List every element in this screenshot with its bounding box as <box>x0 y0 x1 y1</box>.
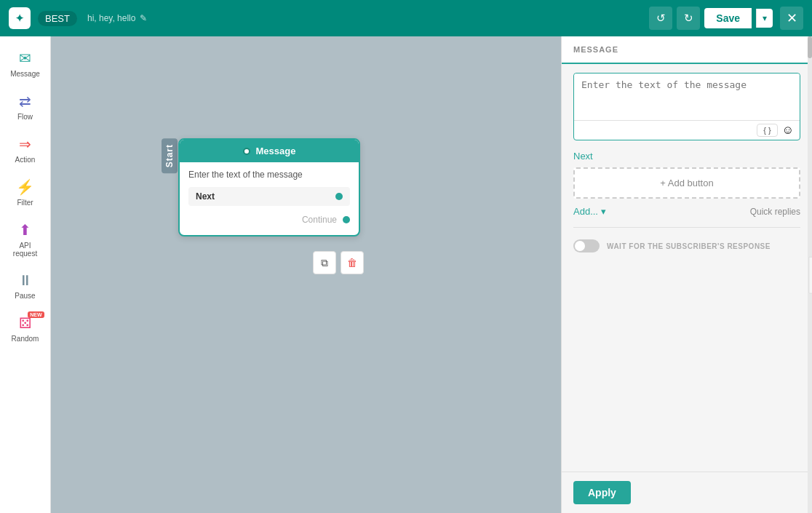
add-dropdown-icon: ▾ <box>601 206 606 217</box>
close-button[interactable]: ✕ <box>780 7 803 30</box>
sidebar-item-label-filter: Filter <box>17 199 33 207</box>
action-icon: ⇒ <box>19 135 31 153</box>
add-quick-row: Add... ▾ Quick replies <box>573 206 800 217</box>
add-dropdown-button[interactable]: Add... ▾ <box>573 206 606 217</box>
save-button[interactable]: Save <box>704 8 752 28</box>
chats-tab[interactable]: Chats <box>809 256 812 293</box>
emoji-button[interactable]: ☺ <box>782 124 794 137</box>
add-button-label: + Add button <box>660 178 713 188</box>
node-button-dot <box>335 193 343 200</box>
main-layout: ✉ Message ⇄ Flow ⇒ Action ⚡ Filter ⬆ API… <box>0 36 812 513</box>
apply-button[interactable]: Apply <box>573 481 631 504</box>
sidebar-item-filter[interactable]: ⚡ Filter <box>4 172 47 212</box>
message-textarea[interactable] <box>574 73 800 117</box>
right-panel-footer: Apply <box>562 472 812 513</box>
start-label: Start <box>162 138 178 173</box>
message-icon: ✉ <box>19 49 31 67</box>
node-continue-dot <box>343 216 350 223</box>
wait-response-row: WAIT FOR THE SUBSCRIBER'S RESPONSE <box>573 234 800 258</box>
undo-button[interactable]: ↺ <box>649 7 672 30</box>
sidebar-item-label-pause: Pause <box>15 292 35 300</box>
node-continue-row: Continue <box>188 212 350 228</box>
save-dropdown-button[interactable]: ▾ <box>756 9 773 28</box>
right-panel-title: MESSAGE <box>573 45 800 54</box>
divider <box>573 227 800 228</box>
flow-icon: ⇄ <box>19 92 31 110</box>
sidebar-item-label-api: API request <box>7 242 44 258</box>
node-actions: ⧉ 🗑 <box>313 251 364 274</box>
scrollbar-thumb[interactable] <box>808 36 812 58</box>
node-button-row[interactable]: Next <box>188 187 350 206</box>
sidebar-item-random[interactable]: NEW ⚄ Random <box>4 309 47 349</box>
sidebar-item-pause[interactable]: ⏸ Pause <box>4 266 47 306</box>
right-panel-header: MESSAGE <box>562 36 812 64</box>
canvas[interactable]: Start Message Enter the text of the mess… <box>51 36 561 513</box>
topbar: ✦ BEST hi, hey, hello ✎ ↺ ↻ Save ▾ ✕ <box>0 0 812 36</box>
new-badge: NEW <box>28 311 44 318</box>
sidebar-item-message[interactable]: ✉ Message <box>4 44 47 84</box>
sidebar-item-action[interactable]: ⇒ Action <box>4 130 47 170</box>
app-name: BEST <box>38 11 77 26</box>
sidebar-item-label-random: Random <box>12 335 39 343</box>
right-panel-body: { } ☺ Next + Add button Add... ▾ Quick r… <box>562 64 812 472</box>
redo-button[interactable]: ↻ <box>677 7 700 30</box>
topbar-actions: ↺ ↻ Save ▾ ✕ <box>649 7 803 30</box>
app-logo: ✦ <box>9 7 31 29</box>
right-panel: MESSAGE { } ☺ Next + Add button <box>561 36 812 513</box>
node-button-label: Next <box>196 191 215 202</box>
sidebar-item-label-message: Message <box>10 70 40 78</box>
node-header-dot <box>243 148 250 155</box>
node-header: Message <box>180 140 359 162</box>
wait-response-label: WAIT FOR THE SUBSCRIBER'S RESPONSE <box>607 242 771 250</box>
variable-button[interactable]: { } <box>757 124 777 137</box>
sidebar-item-flow[interactable]: ⇄ Flow <box>4 87 47 127</box>
left-sidebar: ✉ Message ⇄ Flow ⇒ Action ⚡ Filter ⬆ API… <box>0 36 51 513</box>
node-delete-button[interactable]: 🗑 <box>341 251 364 274</box>
node-body: Enter the text of the message Next Conti… <box>180 162 359 235</box>
message-textarea-toolbar: { } ☺ <box>574 120 800 140</box>
node-continue-label: Continue <box>302 215 337 225</box>
quick-replies-button[interactable]: Quick replies <box>750 207 800 217</box>
message-textarea-wrapper: { } ☺ <box>573 73 800 140</box>
node-body-text: Enter the text of the message <box>188 170 350 180</box>
sidebar-item-api[interactable]: ⬆ API request <box>4 215 47 263</box>
filter-icon: ⚡ <box>16 178 34 196</box>
node-copy-button[interactable]: ⧉ <box>313 251 336 274</box>
message-node[interactable]: Message Enter the text of the message Ne… <box>178 138 360 236</box>
next-label: Next <box>573 151 593 162</box>
api-icon: ⬆ <box>19 221 31 239</box>
sidebar-item-label-flow: Flow <box>17 113 33 121</box>
sidebar-item-label-action: Action <box>15 156 36 164</box>
edit-flow-name-icon[interactable]: ✎ <box>140 13 147 23</box>
pause-icon: ⏸ <box>18 272 33 289</box>
node-title: Message <box>256 146 296 156</box>
wait-toggle[interactable] <box>573 239 600 252</box>
add-button-area[interactable]: + Add button <box>573 167 800 199</box>
flow-name: hi, hey, hello ✎ <box>87 13 148 23</box>
next-button-row: Next <box>573 146 800 163</box>
